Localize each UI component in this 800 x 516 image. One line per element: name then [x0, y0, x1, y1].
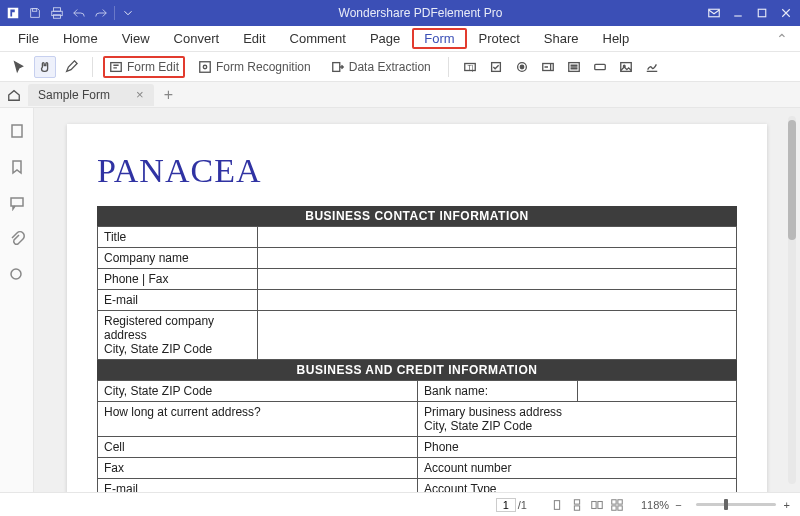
svg-rect-24	[554, 500, 559, 509]
quick-actions	[0, 4, 137, 22]
document-tab-label: Sample Form	[38, 88, 110, 102]
status-bar: /1 118% − +	[0, 492, 800, 516]
form-edit-label: Form Edit	[127, 60, 179, 74]
page-input[interactable]	[496, 498, 516, 512]
toolbar-divider	[448, 57, 449, 77]
window-controls	[704, 4, 800, 22]
bookmarks-icon[interactable]	[8, 158, 26, 176]
attachments-icon[interactable]	[8, 230, 26, 248]
svg-rect-31	[612, 505, 616, 509]
menu-bar: File Home View Convert Edit Comment Page…	[0, 26, 800, 52]
checkbox-field-icon[interactable]	[485, 56, 507, 78]
menu-help[interactable]: Help	[591, 28, 642, 49]
view-facing-icon[interactable]	[588, 497, 606, 513]
svg-rect-27	[592, 501, 596, 508]
table-row: FaxAccount number	[98, 458, 737, 479]
table-row: Phone | Fax	[98, 269, 737, 290]
menu-file[interactable]: File	[6, 28, 51, 49]
form-edit-button[interactable]: Form Edit	[103, 56, 185, 78]
data-extraction-label: Data Extraction	[349, 60, 431, 74]
mail-icon[interactable]	[704, 4, 724, 22]
svg-rect-1	[32, 9, 36, 12]
list-field-icon[interactable]	[563, 56, 585, 78]
svg-text:T|: T|	[467, 63, 473, 71]
menu-protect[interactable]: Protect	[467, 28, 532, 49]
svg-point-15	[520, 65, 524, 69]
hand-tool-icon[interactable]	[34, 56, 56, 78]
close-button[interactable]	[776, 4, 796, 22]
new-tab-button[interactable]: +	[160, 86, 177, 104]
tab-home-icon[interactable]	[6, 87, 22, 103]
zoom-out-button[interactable]: −	[669, 499, 687, 511]
thumbnails-icon[interactable]	[8, 122, 26, 140]
svg-rect-25	[574, 499, 579, 503]
print-icon[interactable]	[48, 4, 66, 22]
combo-field-icon[interactable]	[537, 56, 559, 78]
menu-page[interactable]: Page	[358, 28, 412, 49]
svg-point-9	[203, 65, 207, 69]
zoom-in-button[interactable]: +	[784, 499, 800, 511]
view-single-icon[interactable]	[548, 497, 566, 513]
zoom-slider-handle[interactable]	[724, 499, 728, 510]
menu-edit[interactable]: Edit	[231, 28, 277, 49]
menu-home[interactable]: Home	[51, 28, 110, 49]
minimize-button[interactable]	[728, 4, 748, 22]
table-row: Company name	[98, 248, 737, 269]
work-area: PANACEA BUSINESS CONTACT INFORMATION Tit…	[0, 108, 800, 492]
svg-point-23	[11, 269, 21, 279]
page-total: /1	[518, 499, 527, 511]
maximize-button[interactable]	[752, 4, 772, 22]
radio-field-icon[interactable]	[511, 56, 533, 78]
menu-view[interactable]: View	[110, 28, 162, 49]
qat-divider	[114, 6, 115, 20]
svg-rect-8	[200, 61, 211, 72]
svg-rect-32	[618, 505, 622, 509]
table-row: E-mailAccount Type	[98, 479, 737, 493]
document-tab[interactable]: Sample Form ×	[28, 84, 154, 106]
button-field-icon[interactable]	[589, 56, 611, 78]
undo-icon[interactable]	[70, 4, 88, 22]
vertical-scrollbar[interactable]	[788, 116, 796, 484]
signature-field-icon[interactable]	[641, 56, 663, 78]
document-tab-bar: Sample Form × +	[0, 82, 800, 108]
image-field-icon[interactable]	[615, 56, 637, 78]
svg-rect-2	[54, 8, 61, 12]
toolbar-divider	[92, 57, 93, 77]
svg-rect-28	[598, 501, 602, 508]
menu-share[interactable]: Share	[532, 28, 591, 49]
comments-icon[interactable]	[8, 194, 26, 212]
zoom-value: 118%	[641, 499, 669, 511]
view-continuous-icon[interactable]	[568, 497, 586, 513]
form-recognition-button[interactable]: Form Recognition	[191, 56, 318, 78]
svg-rect-19	[621, 62, 632, 71]
text-field-icon[interactable]: T|	[459, 56, 481, 78]
page-content: PANACEA BUSINESS CONTACT INFORMATION Tit…	[67, 124, 767, 492]
menu-comment[interactable]: Comment	[278, 28, 358, 49]
search-panel-icon[interactable]	[8, 266, 26, 284]
menu-form[interactable]: Form	[412, 28, 466, 49]
data-extraction-button[interactable]: Data Extraction	[324, 56, 438, 78]
svg-rect-26	[574, 505, 579, 509]
table-row: Registered company addressCity, State ZI…	[98, 311, 737, 360]
table-row: Title	[98, 227, 737, 248]
table-row: E-mail	[98, 290, 737, 311]
qat-dropdown-icon[interactable]	[119, 4, 137, 22]
scrollbar-thumb[interactable]	[788, 120, 796, 240]
collapse-ribbon-icon[interactable]: ⌃	[770, 31, 794, 47]
svg-rect-22	[11, 198, 23, 206]
svg-rect-10	[332, 62, 339, 71]
document-canvas[interactable]: PANACEA BUSINESS CONTACT INFORMATION Tit…	[34, 108, 800, 492]
svg-rect-21	[12, 125, 22, 137]
zoom-slider[interactable]	[696, 503, 776, 506]
form-table-1: Title Company name Phone | Fax E-mail Re…	[97, 226, 737, 360]
edit-tool-icon[interactable]	[60, 56, 82, 78]
close-tab-icon[interactable]: ×	[136, 87, 144, 102]
view-facing-cont-icon[interactable]	[608, 497, 626, 513]
select-tool-icon[interactable]	[8, 56, 30, 78]
menu-convert[interactable]: Convert	[162, 28, 232, 49]
title-bar: Wondershare PDFelement Pro	[0, 0, 800, 26]
svg-rect-5	[709, 9, 720, 17]
save-icon[interactable]	[26, 4, 44, 22]
document-brand: PANACEA	[97, 152, 737, 190]
redo-icon[interactable]	[92, 4, 110, 22]
